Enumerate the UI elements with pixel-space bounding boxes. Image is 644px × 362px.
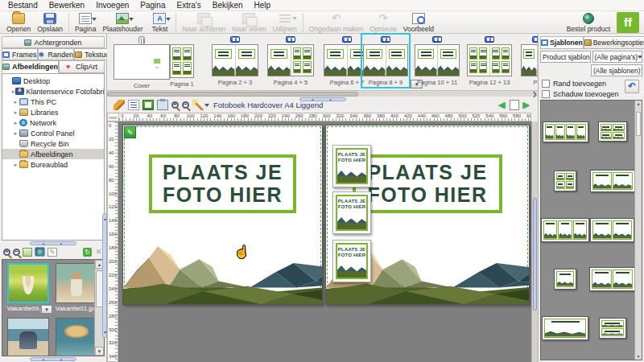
refresh-icon[interactable]: ↻ [83, 248, 92, 257]
menu-bestand[interactable]: Bestand [3, 0, 43, 10]
template-card[interactable] [599, 318, 626, 339]
page-left[interactable]: ✎ PLAATS JE FOTO HIER ☝ [122, 125, 323, 305]
photo-placeholder-box[interactable]: PLAATS JE FOTO HIER [353, 154, 502, 213]
template-category-select[interactable]: Product sjablonen [540, 51, 591, 63]
wizard-icon[interactable] [192, 100, 204, 110]
template-card[interactable] [590, 170, 635, 192]
menu-bewerken[interactable]: Bewerken [44, 0, 89, 10]
save-button[interactable]: Opslaan [34, 12, 66, 33]
template-card[interactable] [554, 269, 576, 290]
center-area: Cover Pagina 1 Pagina 2 + 3 Pagina 4 + 5 [107, 34, 538, 362]
add-border-checkbox[interactable]: Rand toevoegen [542, 80, 606, 88]
next-page-arrow-icon[interactable]: ▶ [523, 101, 530, 109]
tree-item-bureaublad[interactable]: ▸Bureaublad [2, 159, 104, 170]
canvas-zoom-in-icon[interactable]: + [171, 101, 179, 109]
panel-splitter-vertical[interactable]: ◀◀ [102, 213, 107, 338]
photo-list-splitter-handle[interactable]: ▲▲ [0, 356, 106, 362]
page-thumb-12-13[interactable]: Pagina 12 + 13 [467, 35, 512, 86]
tree-item-network[interactable]: ▸Network [2, 117, 104, 128]
reset-templates-button[interactable]: ↶ [625, 80, 639, 93]
photo-thumbnail[interactable] [7, 318, 49, 356]
tree-item-recycle-bin[interactable]: Recycle Bin [2, 138, 104, 149]
menu-pagina[interactable]: Pagina [135, 0, 170, 10]
tree-item-klantenservice[interactable]: ▸Klantenservice Fotofabriek [2, 86, 104, 97]
edit-page-badge-icon[interactable]: ✎ [124, 126, 136, 138]
menu-extras[interactable]: Extra's [171, 0, 205, 10]
pages-filter-select[interactable]: (Alle pagina's) [592, 51, 643, 63]
preview-button[interactable]: Voorbeeld [400, 12, 437, 33]
dragged-template-card[interactable]: PLAATS JEFOTO HIER [332, 240, 371, 282]
tree-item-libraries[interactable]: ▸Libraries [2, 107, 104, 117]
template-card[interactable] [541, 218, 589, 242]
tab-achtergronden[interactable]: Achtergronden [2, 36, 105, 48]
computer-icon [19, 98, 28, 105]
zoom-out-icon[interactable]: − [13, 249, 20, 256]
page-preview-icon[interactable] [510, 100, 519, 110]
tab-afbeeldingen[interactable]: Afbeeldingen [2, 60, 59, 73]
dragged-template-card[interactable]: PLAATS JEFOTO HIER [332, 145, 371, 187]
photo-vakantie03[interactable]: Vakantie03.jpg [6, 318, 51, 356]
measure-icon[interactable] [114, 100, 125, 110]
tab-randen[interactable]: ✱Randen [38, 48, 75, 60]
template-card[interactable] [554, 171, 576, 191]
ruler-tick-label: 380 [377, 113, 385, 118]
text-button[interactable]: Tekst [146, 12, 173, 33]
canvas-vertical-scrollbar[interactable] [531, 121, 538, 362]
ruler-tick-label: 360 [363, 113, 371, 118]
page-thumb-4-5[interactable]: Pagina 4 + 5 [267, 35, 314, 86]
tree-splitter-handle[interactable]: ▲▲ [0, 241, 106, 246]
tab-clipart[interactable]: ♥ClipArt [59, 60, 105, 73]
template-card[interactable] [590, 218, 634, 242]
menu-bekijken[interactable]: Bekijken [208, 0, 248, 10]
tab-bewerkingsopties[interactable]: Bewerkingsopties [584, 36, 644, 49]
template-card[interactable] [543, 121, 588, 142]
tree-item-control-panel[interactable]: ▸Control Panel [2, 128, 104, 138]
page-thumb-8-9-selected[interactable]: Pagina 8 + 9 ▼ [363, 35, 408, 86]
order-product-button[interactable]: Bestel product [567, 13, 610, 33]
placeholder-button[interactable]: Plaatshouder [99, 12, 146, 33]
template-card[interactable] [542, 316, 588, 340]
menu-invoegen[interactable]: Invoegen [91, 0, 134, 10]
book-view-icon[interactable] [142, 100, 154, 110]
photo-thumbnail[interactable] [7, 263, 49, 303]
menu-help[interactable]: Help [250, 0, 276, 10]
page-thumb-10-11[interactable]: Pagina 10 + 11 [415, 35, 460, 86]
tab-sjablonen[interactable]: Sjablonen [540, 36, 584, 49]
thumbnail-view-icon[interactable] [23, 248, 32, 257]
template-scrollbar[interactable]: ▲▼ [634, 101, 642, 360]
photo-vakantie01[interactable]: Vakantie01.jpg [54, 263, 99, 312]
photo-vakantie09[interactable]: Vakantie09.jpg ▼ [6, 263, 51, 312]
photo-thumbnail[interactable] [56, 263, 97, 303]
open-button[interactable]: Openen [3, 12, 34, 33]
checkbox-icon[interactable] [542, 90, 550, 98]
photo-thumbnail[interactable] [56, 318, 97, 356]
photo-options-dropdown[interactable]: ▼ [41, 305, 52, 314]
template-card[interactable] [589, 267, 635, 291]
list-view-icon[interactable] [128, 100, 139, 110]
photo-placeholder-box[interactable]: PLAATS JE FOTO HIER [149, 154, 296, 213]
page-right[interactable]: PLAATS JE FOTO HIER PLAATS JEFOTO HIER P… [325, 125, 530, 305]
tree-item-afbeeldingen[interactable]: Afbeeldingen [2, 149, 104, 159]
page-thumb-1[interactable]: Pagina 1 [170, 35, 194, 88]
checkbox-icon[interactable] [542, 80, 550, 88]
canvas-zoom-out-icon[interactable]: − [182, 101, 189, 109]
templates-filter-select[interactable]: (Alle sjablonen) [591, 64, 642, 76]
edit-image-icon[interactable]: ✎ [47, 248, 57, 257]
clipboard-icon[interactable] [157, 100, 168, 110]
dragged-template-card[interactable]: PLAATS JEFOTO HIER [332, 191, 371, 234]
web-images-icon[interactable] [35, 247, 45, 257]
page-thumb-2-3[interactable]: Pagina 2 + 3 [212, 35, 258, 86]
page-button[interactable]: Pagina [72, 12, 99, 33]
previous-page-arrow-icon[interactable]: ◀ [498, 101, 505, 109]
template-card[interactable] [598, 121, 627, 142]
add-shadow-checkbox[interactable]: Schaduw toevoegen [542, 90, 619, 98]
photo-vakantie02[interactable]: Vakantie02.jpg [54, 318, 99, 356]
ruler-tick-label: 240 [109, 286, 117, 291]
menu-bar: Bestand Bewerken Invoegen Pagina Extra's… [0, 0, 644, 11]
tab-frames[interactable]: Frames [2, 48, 38, 60]
tree-item-this-pc[interactable]: ▸This PC [2, 97, 104, 107]
tree-item-desktop[interactable]: Desktop [2, 76, 104, 86]
page-thumb-cover[interactable]: Cover [114, 35, 170, 89]
page-strip-scrollbar[interactable]: ❯ [107, 90, 538, 97]
zoom-in-icon[interactable]: + [3, 249, 10, 256]
